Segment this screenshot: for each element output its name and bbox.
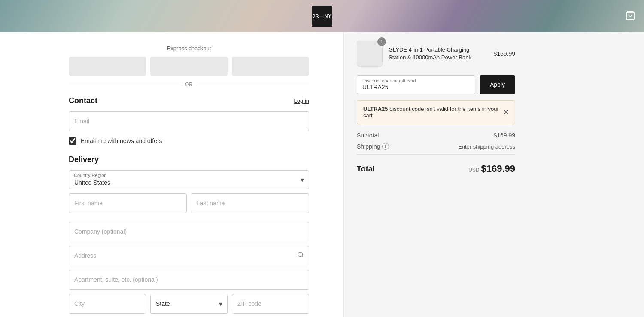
shipping-row: Shipping ℹ Enter shipping address: [357, 143, 515, 150]
express-checkout-buttons: [69, 57, 309, 76]
subtotal-row: Subtotal $169.99: [357, 132, 515, 139]
product-quantity-badge: 1: [377, 37, 386, 46]
shipping-info-icon[interactable]: ℹ: [382, 143, 389, 150]
zip-group: [232, 294, 309, 317]
country-region-group: Country/Region United States ▾: [69, 170, 309, 189]
apartment-group: [69, 270, 309, 290]
svg-line-2: [302, 256, 303, 257]
first-name-field[interactable]: [69, 193, 187, 213]
address-field[interactable]: [69, 246, 309, 265]
product-row: 1 GLYDE 4-in-1 Portable Charging Station…: [357, 41, 515, 67]
city-state-zip-row: State ▾: [69, 294, 309, 317]
error-code: ULTRA25: [363, 106, 388, 112]
checkout-form: Express checkout OR Contact Log in Email…: [0, 32, 343, 317]
city-field[interactable]: [69, 294, 146, 314]
newsletter-row: Email me with news and offers: [69, 137, 309, 145]
discount-input-wrap: Discount code or gift card: [357, 75, 475, 94]
company-group: [69, 222, 309, 241]
discount-row: Discount code or gift card Apply: [357, 75, 515, 94]
search-icon: [297, 251, 304, 260]
express-btn-1[interactable]: [69, 57, 146, 76]
last-name-group: [191, 193, 309, 213]
close-icon[interactable]: ✕: [503, 108, 509, 116]
company-field[interactable]: [69, 222, 309, 241]
delivery-title: Delivery: [69, 155, 309, 164]
product-price: $169.99: [493, 50, 515, 57]
total-label: Total: [357, 165, 375, 174]
first-name-group: [69, 193, 187, 213]
subtotal-label: Subtotal: [357, 132, 379, 139]
total-row: Total USD $169.99: [357, 159, 515, 174]
last-name-field[interactable]: [191, 193, 309, 213]
subtotal-value: $169.99: [493, 132, 515, 139]
cart-icon[interactable]: [625, 10, 635, 22]
or-divider: OR: [69, 82, 309, 88]
city-group: [69, 294, 146, 317]
state-group: State ▾: [150, 294, 228, 314]
discount-input[interactable]: [362, 84, 470, 91]
order-summary: 1 GLYDE 4-in-1 Portable Charging Station…: [343, 32, 528, 317]
logo-text: JR—: [312, 13, 324, 19]
shipping-label: Shipping: [357, 143, 380, 150]
address-group: [69, 246, 309, 265]
newsletter-label: Email me with news and offers: [81, 137, 162, 144]
newsletter-checkbox[interactable]: [69, 137, 76, 145]
total-amount: USD $169.99: [468, 163, 515, 174]
email-group: [69, 111, 309, 131]
apply-button[interactable]: Apply: [480, 75, 515, 94]
discount-label: Discount code or gift card: [362, 78, 470, 83]
zip-field[interactable]: [232, 294, 309, 314]
contact-section-header: Contact Log in: [69, 96, 309, 105]
express-checkout-label: Express checkout: [69, 45, 309, 52]
shipping-value[interactable]: Enter shipping address: [458, 143, 515, 150]
discount-error-banner: ULTRA25 discount code isn't valid for th…: [357, 100, 515, 124]
name-row: [69, 193, 309, 217]
svg-point-1: [298, 252, 303, 257]
apartment-field[interactable]: [69, 270, 309, 290]
email-field[interactable]: [69, 111, 309, 131]
log-in-link[interactable]: Log in: [294, 98, 309, 104]
header: JR— NY: [0, 0, 644, 32]
total-currency: USD: [468, 167, 479, 173]
brand-logo[interactable]: JR— NY: [312, 6, 332, 27]
contact-title: Contact: [69, 96, 97, 105]
shipping-label-wrap: Shipping ℹ: [357, 143, 389, 150]
error-message: ULTRA25 discount code isn't valid for th…: [363, 106, 503, 119]
total-value: $169.99: [481, 163, 515, 174]
express-btn-2[interactable]: [150, 57, 228, 76]
state-select[interactable]: State: [150, 294, 228, 314]
totals-divider: [357, 154, 515, 155]
product-image-wrap: 1: [357, 41, 383, 67]
or-text: OR: [185, 82, 193, 88]
logo-text-line2: NY: [324, 13, 331, 19]
country-select[interactable]: United States: [69, 170, 309, 189]
product-name: GLYDE 4-in-1 Portable Charging Station &…: [389, 46, 487, 61]
express-btn-3[interactable]: [232, 57, 309, 76]
main-layout: Express checkout OR Contact Log in Email…: [0, 32, 644, 317]
